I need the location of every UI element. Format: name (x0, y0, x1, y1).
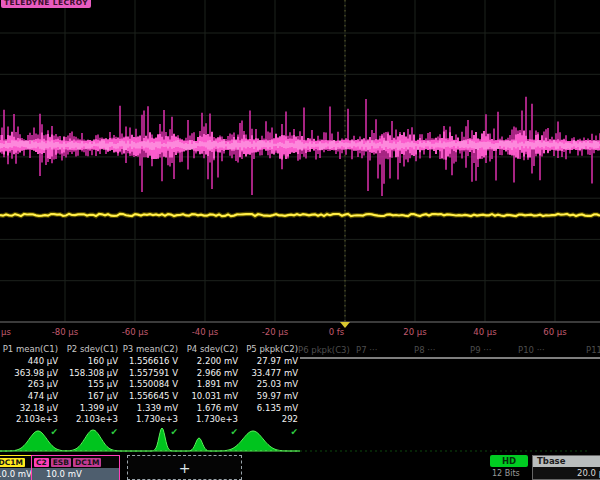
time-axis-label: 60 µs (543, 327, 566, 337)
histogram-plot (0, 424, 600, 455)
measure-value: 25.03 mV (240, 379, 298, 391)
measure-value: 1.399 µV (60, 403, 118, 415)
brand-label: TELEDYNE LECROY (1, 0, 91, 8)
time-axis-label: -20 µs (262, 327, 288, 337)
measure-value: 1.557591 V (120, 368, 178, 380)
measure-header[interactable]: P2 sdev(C1) (60, 344, 118, 356)
measure-value: 1.550084 V (120, 379, 178, 391)
measure-value: 167 µV (60, 391, 118, 403)
measure-value: 1.556645 V (120, 391, 178, 403)
measure-header[interactable]: P3 mean(C2) (120, 344, 178, 356)
time-axis-label: -80 µs (52, 327, 78, 337)
add-trace-box[interactable]: + (127, 455, 242, 480)
oscilloscope-screen: TELEDYNE LECROY 0 fs -100 µs-80 µs-60 µs… (0, 0, 600, 480)
measure-value: 10.031 mV (180, 391, 238, 403)
inactive-measure-header[interactable]: P11 (586, 345, 600, 355)
measure-value: 158.308 µV (60, 368, 118, 380)
measure-value: 440 µV (0, 356, 58, 368)
measure-value: 32.18 µV (0, 403, 58, 415)
hd-mode-badge[interactable]: HD (490, 455, 528, 467)
inactive-measure-header[interactable]: P7 ··· (356, 345, 377, 355)
measure-value: 2.200 mV (180, 356, 238, 368)
bits-label: 12 Bits (492, 469, 520, 478)
measure-value: 155 µV (60, 379, 118, 391)
histogram-strip (0, 424, 600, 455)
time-axis-label: -100 µs (0, 327, 11, 337)
timebase-title: Tbase (533, 456, 600, 467)
inactive-measure-header[interactable]: P8 ··· (414, 345, 435, 355)
descriptor-bar: DC1M 10.0 mV C2 ESB DC1M 10.0 mV + HD 12… (0, 455, 600, 480)
inactive-measure-header[interactable]: P6 pkpk(C3) (298, 345, 350, 355)
measure-value: 1.891 mV (180, 379, 238, 391)
measure-value: 1.556616 V (120, 356, 178, 368)
trigger-time-label: 0 fs (329, 327, 345, 337)
c2-channel-badge: C2 (34, 458, 49, 467)
c2-eres-badge: ESB (51, 458, 71, 467)
waveform-plot (0, 0, 600, 323)
measure-value: 2.966 mV (180, 368, 238, 380)
measure-header[interactable]: P5 pkpk(C2) (240, 344, 298, 356)
measure-header[interactable]: P1 mean(C1) (0, 344, 58, 356)
time-axis-label: 40 µs (473, 327, 496, 337)
measure-value: 1.676 mV (180, 403, 238, 415)
measure-value: 160 µV (60, 356, 118, 368)
measure-value: 474 µV (0, 391, 58, 403)
time-axis-label: 20 µs (403, 327, 426, 337)
plus-icon: + (179, 461, 191, 475)
time-axis-label: -60 µs (122, 327, 148, 337)
measure-value: 263 µV (0, 379, 58, 391)
time-axis-label: -40 µs (192, 327, 218, 337)
measure-value: 59.97 mV (240, 391, 298, 403)
c1-coupling-badge: DC1M (0, 458, 25, 467)
measure-header[interactable]: P4 sdev(C2) (180, 344, 238, 356)
measure-value: 33.477 mV (240, 368, 298, 380)
inactive-measure-header[interactable]: P10 ··· (518, 345, 545, 355)
time-axis: 0 fs -100 µs-80 µs-60 µs-40 µs-20 µs20 µ… (0, 322, 600, 342)
c2-scale-value: 10.0 mV (32, 468, 119, 480)
waveform-grid-area[interactable]: TELEDYNE LECROY (0, 0, 600, 323)
channel2-descriptor-box[interactable]: C2 ESB DC1M 10.0 mV (31, 455, 120, 480)
measure-value: 363.98 µV (0, 368, 58, 380)
c2-coupling-badge: DC1M (73, 458, 101, 467)
measure-value: 27.97 mV (240, 356, 298, 368)
inactive-measure-header[interactable]: P9 ··· (470, 345, 491, 355)
inactive-measure-divider (300, 357, 600, 359)
timebase-value: 20.0 µs/div (533, 467, 600, 480)
timebase-descriptor-box[interactable]: Tbase 20.0 µs/div (532, 455, 600, 480)
measure-value: 1.339 mV (120, 403, 178, 415)
measure-value: 6.135 mV (240, 403, 298, 415)
